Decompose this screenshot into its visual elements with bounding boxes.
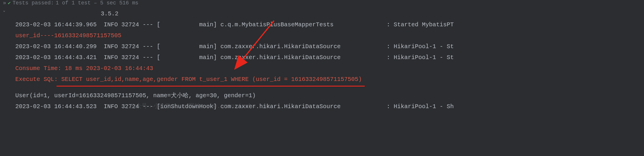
console-area: ⌄ 3.5.2 2023-02-03 16:44:39.965 INFO 327…	[0, 6, 644, 112]
logger: com.zaxxer.hikari.HikariDataSource	[220, 43, 341, 50]
message: : HikariPool-1 - St	[387, 54, 454, 61]
log-level: INFO 32724 --- [	[104, 103, 160, 110]
timestamp: 2023-02-03 16:44:43.421	[15, 54, 97, 61]
run-icon[interactable]: »	[3, 0, 6, 6]
message: : HikariPool-1 - Sh	[387, 103, 454, 110]
log-line: 2023-02-03 16:44:40.299 INFO 32724 --- […	[15, 41, 454, 52]
user-object: User(id=1, userId=1616332498571157505, n…	[15, 90, 454, 101]
check-icon: ✔	[8, 0, 11, 6]
thread: main]	[199, 21, 217, 28]
chevron-down-icon[interactable]: ⌄	[3, 8, 5, 13]
thread: main]	[199, 43, 217, 50]
log-line: 2023-02-03 16:44:43.523 INFO 32724 --- […	[15, 101, 454, 112]
logger: com.zaxxer.hikari.HikariDataSource	[220, 54, 341, 61]
timestamp: 2023-02-03 16:44:43.523	[15, 103, 97, 110]
logger: com.zaxxer.hikari.HikariDataSource	[220, 103, 341, 110]
log-line: 2023-02-03 16:44:43.421 INFO 32724 --- […	[15, 52, 454, 63]
thread: main]	[199, 54, 217, 61]
logger: c.q.m.MybatisPlusBaseMapperTests	[220, 21, 333, 28]
status-label: Tests passed:	[12, 0, 54, 6]
test-status-bar: » ✔ Tests passed: 1 of 1 test – 5 sec 51…	[0, 0, 644, 6]
log-line: 2023-02-03 16:44:39.965 INFO 32724 --- […	[15, 19, 454, 30]
timestamp: 2023-02-03 16:44:39.965	[15, 21, 97, 28]
user-id-output: user_id----1616332498571157505	[15, 30, 454, 41]
message: : Started MybatisPT	[387, 21, 454, 28]
gutter: ⌄	[0, 6, 12, 112]
log-level: INFO 32724 --- [	[104, 21, 160, 28]
status-detail: 1 of 1 test – 5 sec 516 ms	[56, 0, 138, 6]
consume-time: Consume Time: 18 ms 2023-02-03 16:44:43	[15, 63, 454, 74]
version-text: 3.5.2	[15, 8, 454, 19]
message: : HikariPool-1 - St	[387, 43, 454, 50]
console-output[interactable]: 3.5.2 2023-02-03 16:44:39.965 INFO 32724…	[12, 6, 454, 112]
log-level: INFO 32724 --- [	[104, 43, 160, 50]
thread: ionShutdownHook]	[160, 103, 217, 110]
log-level: INFO 32724 --- [	[104, 54, 160, 61]
execute-sql: Execute SQL: SELECT user_id,id,name,age,…	[15, 74, 362, 85]
timestamp: 2023-02-03 16:44:40.299	[15, 43, 97, 50]
